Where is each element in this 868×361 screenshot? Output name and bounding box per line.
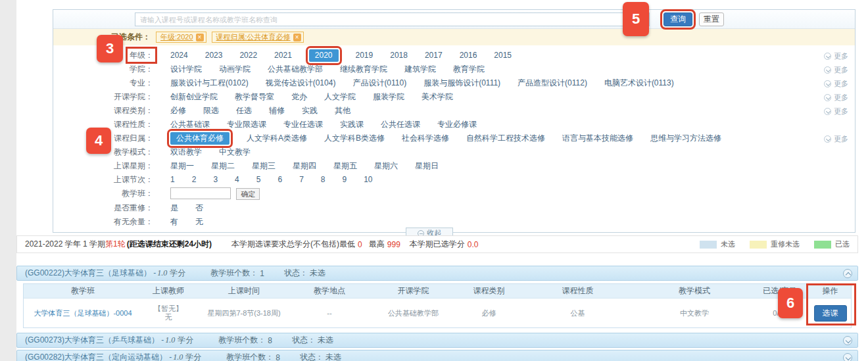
- filter-option[interactable]: 限选: [203, 105, 219, 117]
- filter-option[interactable]: 星期六: [374, 160, 398, 172]
- teaching-class-input[interactable]: [170, 187, 231, 199]
- course-group-header-orienteering[interactable]: (GG00282)大学体育三（定向运动基础） - 1.0 学分 教学班个数： 8…: [16, 350, 858, 361]
- remove-tag-icon[interactable]: ×: [293, 34, 301, 41]
- filter-option[interactable]: 社会科学选修: [402, 132, 449, 145]
- filter-option[interactable]: 否: [195, 202, 203, 214]
- filter-option[interactable]: 教学督导室: [235, 91, 274, 103]
- filter-option[interactable]: 产品造型设计(0112): [518, 77, 587, 89]
- filter-option[interactable]: 2024: [170, 49, 188, 62]
- filter-option[interactable]: 任选: [236, 105, 252, 117]
- filter-option[interactable]: 2018: [390, 49, 408, 62]
- chevron-up-icon[interactable]: [843, 269, 852, 278]
- filter-option[interactable]: 实践: [302, 105, 318, 117]
- filter-option[interactable]: 其他: [335, 105, 350, 117]
- filter-option[interactable]: 3: [213, 174, 218, 186]
- filter-option[interactable]: 6: [277, 174, 282, 186]
- more-link[interactable]: 更多: [824, 107, 848, 116]
- course-group-header-pingpong[interactable]: (GG00273)大学体育三（乒乓球基础） - 1.0 学分 教学班个数： 8 …: [16, 333, 858, 348]
- chevron-down-icon[interactable]: [843, 353, 852, 361]
- filter-option[interactable]: 电脑艺术设计(0113): [604, 77, 674, 89]
- filter-option[interactable]: 2017: [425, 49, 443, 62]
- legend-label: 重修未选: [771, 239, 800, 249]
- filter-option[interactable]: 有: [170, 216, 178, 228]
- filter-option[interactable]: 思维与学习方法选修: [650, 132, 721, 145]
- filter-option[interactable]: 8: [321, 174, 326, 186]
- filter-option[interactable]: 人文学院: [324, 91, 356, 103]
- condition-tag-grade[interactable]: 年级:2020 ×: [156, 32, 206, 43]
- remove-tag-icon[interactable]: ×: [196, 34, 204, 41]
- filter-option[interactable]: 建筑学院: [404, 63, 436, 76]
- filter-option[interactable]: 无: [195, 216, 203, 228]
- filter-option[interactable]: 继续教育学院: [340, 63, 387, 76]
- filter-option[interactable]: 服装设计与工程(0102): [170, 77, 249, 89]
- filter-option[interactable]: 视觉传达设计(0104): [266, 77, 336, 89]
- filter-option[interactable]: 5: [256, 174, 261, 186]
- filter-option[interactable]: 2015: [494, 49, 512, 62]
- filter-option[interactable]: 2019: [356, 49, 374, 62]
- query-button[interactable]: 查询: [663, 12, 692, 26]
- filter-option[interactable]: 公共任选课: [381, 118, 420, 131]
- filter-option[interactable]: 专业限选课: [227, 118, 266, 131]
- filter-option[interactable]: 2023: [205, 49, 223, 62]
- filter-option[interactable]: 公共体育必修: [170, 132, 229, 145]
- filter-option[interactable]: 1: [170, 174, 175, 186]
- table-header-cell: 开课学院: [366, 285, 461, 297]
- filter-option[interactable]: 2020: [309, 49, 339, 62]
- filter-option[interactable]: 2016: [460, 49, 477, 62]
- chevron-down-icon[interactable]: [843, 336, 852, 345]
- filter-option[interactable]: 设计学院: [170, 63, 202, 76]
- filter-option[interactable]: 人文学科A类选修: [247, 132, 307, 145]
- more-link[interactable]: 更多: [824, 93, 848, 103]
- filter-option[interactable]: 星期三: [252, 160, 276, 172]
- chevron-down-circle-icon: [824, 94, 831, 101]
- filter-option[interactable]: 星期二: [211, 160, 235, 172]
- filter-option[interactable]: 2: [192, 174, 197, 186]
- confirm-button[interactable]: 确定: [236, 188, 260, 200]
- filter-option[interactable]: 9: [343, 174, 347, 186]
- selected-credit-label: 本学期已选学分: [410, 239, 465, 250]
- filter-option[interactable]: 实践课: [340, 118, 364, 131]
- filter-option[interactable]: 公共基础课: [170, 118, 210, 131]
- filter-option[interactable]: 人文学科B类选修: [324, 132, 385, 145]
- filter-option[interactable]: 星期四: [293, 160, 316, 172]
- filter-option[interactable]: 2021: [274, 49, 292, 62]
- filter-option[interactable]: 产品设计(0110): [352, 77, 406, 89]
- filter-option[interactable]: 星期日: [415, 160, 439, 172]
- course-group-header-football[interactable]: (GG00222)大学体育三（足球基础） - 1.0 学分 教学班个数： 1 状…: [16, 266, 858, 281]
- more-label: 更多: [834, 51, 848, 61]
- filter-option[interactable]: 2022: [239, 49, 257, 62]
- filter-option[interactable]: 服装与服饰设计(0111): [423, 77, 500, 89]
- filter-option[interactable]: 语言与基本技能选修: [562, 132, 633, 145]
- filter-option[interactable]: 星期五: [333, 160, 357, 172]
- filter-option[interactable]: 党办: [291, 91, 307, 103]
- more-link[interactable]: 更多: [824, 134, 848, 144]
- filter-option[interactable]: 辅修: [269, 105, 285, 117]
- filter-option[interactable]: 动画学院: [219, 63, 251, 76]
- filter-option[interactable]: 美术学院: [422, 91, 453, 103]
- filter-option[interactable]: 是: [170, 202, 178, 214]
- status-value: 未选: [318, 335, 333, 346]
- filter-option[interactable]: 公共基础教学部: [268, 63, 323, 76]
- more-link[interactable]: 更多: [824, 65, 848, 75]
- more-link[interactable]: 更多: [824, 51, 848, 61]
- chevron-down-circle-icon: [824, 66, 831, 74]
- filter-option[interactable]: 双语教学: [170, 146, 202, 158]
- filter-option[interactable]: 10: [364, 174, 372, 186]
- more-link[interactable]: 更多: [824, 79, 848, 89]
- filter-option[interactable]: 创新创业学院: [170, 91, 218, 103]
- filter-option[interactable]: 教育学院: [453, 63, 485, 76]
- reset-button[interactable]: 重置: [699, 12, 724, 26]
- class-name-link[interactable]: 大学体育三（足球基础）-0004: [24, 308, 142, 318]
- filter-option[interactable]: 服装学院: [373, 91, 404, 103]
- filter-option[interactable]: 7: [299, 174, 304, 186]
- filter-option[interactable]: 专业任选课: [283, 118, 323, 131]
- filter-option[interactable]: 必修: [170, 105, 186, 117]
- condition-tag-course-attribution[interactable]: 课程归属:公共体育必修 ×: [212, 32, 304, 43]
- filter-option[interactable]: 星期一: [170, 160, 194, 172]
- filter-option[interactable]: 自然科学工程技术选修: [466, 132, 545, 145]
- filter-option[interactable]: 4: [235, 174, 239, 186]
- table-header-cell: 课程类别: [461, 285, 517, 297]
- search-input[interactable]: [135, 12, 650, 26]
- filter-option[interactable]: 中文教学: [219, 146, 251, 158]
- filter-option[interactable]: 专业必修课: [437, 118, 477, 131]
